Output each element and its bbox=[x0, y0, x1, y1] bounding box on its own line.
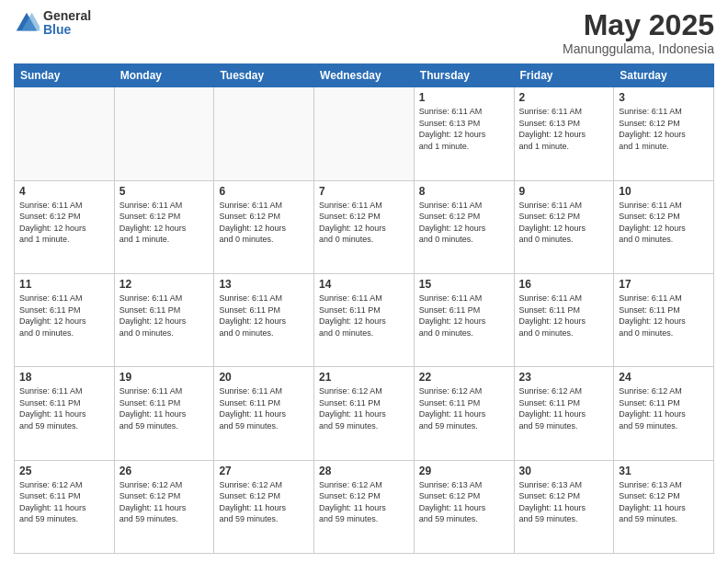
header: General Blue May 2025 Manunggulama, Indo… bbox=[14, 9, 714, 56]
day-number: 19 bbox=[119, 371, 210, 384]
day-info: Sunrise: 6:11 AM Sunset: 6:12 PM Dayligh… bbox=[19, 200, 109, 246]
calendar-cell: 8Sunrise: 6:11 AM Sunset: 6:12 PM Daylig… bbox=[414, 180, 514, 273]
day-number: 9 bbox=[519, 185, 609, 198]
week-row-3: 11Sunrise: 6:11 AM Sunset: 6:11 PM Dayli… bbox=[15, 273, 714, 366]
calendar-cell: 16Sunrise: 6:11 AM Sunset: 6:11 PM Dayli… bbox=[514, 273, 614, 366]
calendar-cell: 19Sunrise: 6:11 AM Sunset: 6:11 PM Dayli… bbox=[114, 367, 214, 460]
calendar-cell: 6Sunrise: 6:11 AM Sunset: 6:12 PM Daylig… bbox=[214, 180, 314, 273]
day-number: 22 bbox=[419, 371, 509, 384]
day-number: 13 bbox=[219, 278, 309, 291]
day-info: Sunrise: 6:12 AM Sunset: 6:11 PM Dayligh… bbox=[319, 385, 409, 431]
main-title: May 2025 bbox=[563, 9, 714, 41]
day-number: 1 bbox=[419, 91, 509, 104]
calendar-cell: 14Sunrise: 6:11 AM Sunset: 6:11 PM Dayli… bbox=[314, 273, 415, 366]
col-saturday: Saturday bbox=[614, 64, 714, 87]
calendar-cell: 15Sunrise: 6:11 AM Sunset: 6:11 PM Dayli… bbox=[414, 273, 514, 366]
day-number: 8 bbox=[419, 185, 509, 198]
page: General Blue May 2025 Manunggulama, Indo… bbox=[0, 0, 728, 563]
day-number: 7 bbox=[319, 185, 409, 198]
day-info: Sunrise: 6:12 AM Sunset: 6:12 PM Dayligh… bbox=[219, 479, 309, 525]
calendar-cell: 3Sunrise: 6:11 AM Sunset: 6:12 PM Daylig… bbox=[614, 87, 714, 180]
calendar-cell: 7Sunrise: 6:11 AM Sunset: 6:12 PM Daylig… bbox=[314, 180, 415, 273]
day-number: 4 bbox=[19, 185, 109, 198]
logo-text: General Blue bbox=[43, 9, 91, 38]
calendar-cell: 17Sunrise: 6:11 AM Sunset: 6:11 PM Dayli… bbox=[614, 273, 714, 366]
day-number: 24 bbox=[619, 371, 709, 384]
calendar-cell: 18Sunrise: 6:11 AM Sunset: 6:11 PM Dayli… bbox=[15, 367, 115, 460]
day-info: Sunrise: 6:13 AM Sunset: 6:12 PM Dayligh… bbox=[619, 479, 709, 525]
day-number: 18 bbox=[19, 371, 109, 384]
day-number: 25 bbox=[19, 465, 109, 477]
week-row-1: 1Sunrise: 6:11 AM Sunset: 6:13 PM Daylig… bbox=[15, 87, 714, 180]
calendar-cell: 2Sunrise: 6:11 AM Sunset: 6:13 PM Daylig… bbox=[514, 87, 614, 180]
day-info: Sunrise: 6:11 AM Sunset: 6:11 PM Dayligh… bbox=[219, 385, 309, 431]
day-info: Sunrise: 6:11 AM Sunset: 6:12 PM Dayligh… bbox=[619, 106, 709, 152]
calendar-header: Sunday Monday Tuesday Wednesday Thursday… bbox=[15, 64, 714, 87]
day-info: Sunrise: 6:12 AM Sunset: 6:11 PM Dayligh… bbox=[519, 385, 609, 431]
day-info: Sunrise: 6:12 AM Sunset: 6:11 PM Dayligh… bbox=[419, 385, 509, 431]
day-number: 27 bbox=[219, 465, 309, 477]
calendar-table: Sunday Monday Tuesday Wednesday Thursday… bbox=[14, 63, 714, 554]
day-info: Sunrise: 6:11 AM Sunset: 6:11 PM Dayligh… bbox=[19, 293, 109, 339]
day-info: Sunrise: 6:11 AM Sunset: 6:11 PM Dayligh… bbox=[319, 293, 409, 339]
day-number: 20 bbox=[219, 371, 309, 384]
col-wednesday: Wednesday bbox=[314, 64, 415, 87]
day-number: 11 bbox=[19, 278, 109, 291]
calendar-cell: 11Sunrise: 6:11 AM Sunset: 6:11 PM Dayli… bbox=[15, 273, 115, 366]
calendar-body: 1Sunrise: 6:11 AM Sunset: 6:13 PM Daylig… bbox=[15, 87, 714, 554]
week-row-4: 18Sunrise: 6:11 AM Sunset: 6:11 PM Dayli… bbox=[15, 367, 714, 460]
calendar-cell bbox=[114, 87, 214, 180]
calendar-cell: 31Sunrise: 6:13 AM Sunset: 6:12 PM Dayli… bbox=[614, 460, 714, 553]
day-number: 31 bbox=[619, 465, 709, 477]
calendar-cell: 26Sunrise: 6:12 AM Sunset: 6:12 PM Dayli… bbox=[114, 460, 214, 553]
day-info: Sunrise: 6:11 AM Sunset: 6:12 PM Dayligh… bbox=[619, 200, 709, 246]
calendar-cell: 28Sunrise: 6:12 AM Sunset: 6:12 PM Dayli… bbox=[314, 460, 415, 553]
day-info: Sunrise: 6:11 AM Sunset: 6:11 PM Dayligh… bbox=[619, 293, 709, 339]
day-info: Sunrise: 6:11 AM Sunset: 6:13 PM Dayligh… bbox=[519, 106, 609, 152]
day-info: Sunrise: 6:11 AM Sunset: 6:11 PM Dayligh… bbox=[219, 293, 309, 339]
day-info: Sunrise: 6:11 AM Sunset: 6:12 PM Dayligh… bbox=[319, 200, 409, 246]
calendar-cell: 27Sunrise: 6:12 AM Sunset: 6:12 PM Dayli… bbox=[214, 460, 314, 553]
day-info: Sunrise: 6:11 AM Sunset: 6:11 PM Dayligh… bbox=[519, 293, 609, 339]
day-number: 15 bbox=[419, 278, 509, 291]
calendar-cell bbox=[214, 87, 314, 180]
header-row: Sunday Monday Tuesday Wednesday Thursday… bbox=[15, 64, 714, 87]
col-monday: Monday bbox=[114, 64, 214, 87]
day-info: Sunrise: 6:12 AM Sunset: 6:11 PM Dayligh… bbox=[19, 479, 109, 525]
day-info: Sunrise: 6:11 AM Sunset: 6:12 PM Dayligh… bbox=[419, 200, 509, 246]
calendar-cell: 13Sunrise: 6:11 AM Sunset: 6:11 PM Dayli… bbox=[214, 273, 314, 366]
day-info: Sunrise: 6:11 AM Sunset: 6:11 PM Dayligh… bbox=[419, 293, 509, 339]
calendar-cell: 30Sunrise: 6:13 AM Sunset: 6:12 PM Dayli… bbox=[514, 460, 614, 553]
day-number: 3 bbox=[619, 91, 709, 104]
col-tuesday: Tuesday bbox=[214, 64, 314, 87]
day-number: 14 bbox=[319, 278, 409, 291]
day-number: 29 bbox=[419, 465, 509, 477]
day-number: 30 bbox=[519, 465, 609, 477]
calendar-cell: 20Sunrise: 6:11 AM Sunset: 6:11 PM Dayli… bbox=[214, 367, 314, 460]
calendar-cell: 23Sunrise: 6:12 AM Sunset: 6:11 PM Dayli… bbox=[514, 367, 614, 460]
calendar-cell: 22Sunrise: 6:12 AM Sunset: 6:11 PM Dayli… bbox=[414, 367, 514, 460]
calendar-cell: 5Sunrise: 6:11 AM Sunset: 6:12 PM Daylig… bbox=[114, 180, 214, 273]
calendar-cell bbox=[15, 87, 115, 180]
week-row-2: 4Sunrise: 6:11 AM Sunset: 6:12 PM Daylig… bbox=[15, 180, 714, 273]
calendar-cell: 24Sunrise: 6:12 AM Sunset: 6:11 PM Dayli… bbox=[614, 367, 714, 460]
day-info: Sunrise: 6:11 AM Sunset: 6:12 PM Dayligh… bbox=[119, 200, 210, 246]
day-info: Sunrise: 6:11 AM Sunset: 6:12 PM Dayligh… bbox=[519, 200, 609, 246]
col-friday: Friday bbox=[514, 64, 614, 87]
day-number: 23 bbox=[519, 371, 609, 384]
logo-general-text: General bbox=[43, 9, 91, 23]
day-number: 6 bbox=[219, 185, 309, 198]
day-info: Sunrise: 6:11 AM Sunset: 6:11 PM Dayligh… bbox=[119, 385, 210, 431]
day-number: 26 bbox=[119, 465, 210, 477]
day-number: 12 bbox=[119, 278, 210, 291]
calendar-cell: 1Sunrise: 6:11 AM Sunset: 6:13 PM Daylig… bbox=[414, 87, 514, 180]
calendar-cell: 21Sunrise: 6:12 AM Sunset: 6:11 PM Dayli… bbox=[314, 367, 415, 460]
calendar-cell: 9Sunrise: 6:11 AM Sunset: 6:12 PM Daylig… bbox=[514, 180, 614, 273]
week-row-5: 25Sunrise: 6:12 AM Sunset: 6:11 PM Dayli… bbox=[15, 460, 714, 553]
day-info: Sunrise: 6:12 AM Sunset: 6:12 PM Dayligh… bbox=[119, 479, 210, 525]
col-sunday: Sunday bbox=[15, 64, 115, 87]
day-number: 10 bbox=[619, 185, 709, 198]
day-info: Sunrise: 6:11 AM Sunset: 6:12 PM Dayligh… bbox=[219, 200, 309, 246]
day-info: Sunrise: 6:13 AM Sunset: 6:12 PM Dayligh… bbox=[419, 479, 509, 525]
day-number: 16 bbox=[519, 278, 609, 291]
